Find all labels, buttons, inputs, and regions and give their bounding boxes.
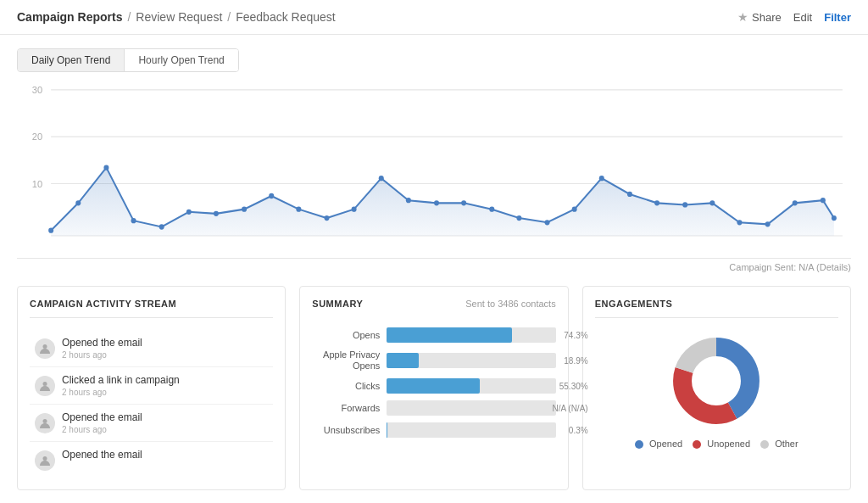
breadcrumb: Campaign Reports / Review Request / Feed… bbox=[17, 10, 336, 24]
tab-daily-open-trend[interactable]: Daily Open Trend bbox=[18, 49, 125, 71]
engagements-divider bbox=[595, 317, 838, 318]
bar-value-unsub: 0.3% bbox=[569, 426, 588, 435]
person-icon bbox=[39, 380, 51, 392]
summary-label-unsub: Unsubscribes bbox=[312, 425, 380, 435]
engagements-chart: Opened Unopened Other bbox=[595, 330, 838, 449]
avatar bbox=[35, 376, 55, 396]
svg-point-19 bbox=[379, 176, 384, 181]
activity-stream-panel: CAMPAIGN ACTIVITY STREAM Opened the emai… bbox=[17, 286, 286, 490]
svg-point-34 bbox=[793, 200, 798, 205]
breadcrumb-feedback-request: Feedback Request bbox=[236, 10, 336, 24]
summary-row-unsub: Unsubscribes 0.3% bbox=[312, 422, 555, 438]
summary-panel: SUMMARY Sent to 3486 contacts Opens 74.3… bbox=[299, 286, 568, 490]
breadcrumb-sep-2: / bbox=[227, 10, 231, 24]
bar-value-clicks: 55.30% bbox=[559, 382, 588, 391]
svg-point-18 bbox=[352, 207, 357, 212]
activity-item: Opened the email bbox=[30, 442, 273, 478]
summary-header: SUMMARY Sent to 3486 contacts bbox=[312, 299, 555, 317]
svg-point-31 bbox=[709, 200, 715, 205]
svg-point-39 bbox=[43, 419, 47, 423]
summary-label-forwards: Forwards bbox=[312, 403, 380, 413]
svg-point-20 bbox=[406, 198, 411, 203]
svg-point-12 bbox=[186, 210, 192, 215]
activity-time: 2 hours ago bbox=[62, 425, 142, 434]
svg-point-13 bbox=[214, 211, 219, 216]
bar-track-forwards: N/A (N/A) bbox=[387, 400, 555, 416]
chart-svg: 30 20 10 bbox=[17, 72, 851, 258]
bar-fill-clicks bbox=[387, 378, 480, 394]
svg-point-37 bbox=[43, 344, 47, 349]
activity-time: 2 hours ago bbox=[62, 388, 180, 397]
filter-button[interactable]: Filter bbox=[824, 11, 851, 24]
bar-value-forwards: N/A (N/A) bbox=[552, 404, 587, 413]
svg-text:10: 10 bbox=[32, 178, 42, 188]
summary-sent: Sent to 3486 contacts bbox=[465, 299, 555, 309]
bottom-panels: CAMPAIGN ACTIVITY STREAM Opened the emai… bbox=[17, 286, 851, 490]
bar-track-apple: 18.9% bbox=[387, 353, 555, 368]
summary-label-opens: Opens bbox=[312, 330, 380, 340]
bar-value-opens: 74.3% bbox=[564, 331, 587, 340]
svg-point-28 bbox=[627, 192, 632, 197]
legend-dot-other bbox=[760, 440, 769, 449]
activity-text: Opened the email bbox=[62, 337, 142, 349]
summary-row-apple: Apple Privacy Opens 18.9% bbox=[312, 349, 555, 372]
donut-legend: Opened Unopened Other bbox=[635, 439, 798, 449]
breadcrumb-root: Campaign Reports bbox=[17, 10, 122, 24]
activity-time: 2 hours ago bbox=[62, 350, 142, 360]
svg-point-22 bbox=[461, 200, 466, 205]
bar-value-apple: 18.9% bbox=[564, 356, 587, 366]
svg-point-21 bbox=[434, 200, 439, 205]
engagements-panel: ENGAGEMENTS bbox=[582, 286, 851, 490]
svg-text:30: 30 bbox=[32, 85, 42, 95]
bar-fill-opens bbox=[387, 327, 512, 343]
svg-point-38 bbox=[43, 382, 47, 386]
summary-row-clicks: Clicks 55.30% bbox=[312, 378, 555, 394]
legend-unopened: Unopened bbox=[693, 439, 750, 449]
open-trend-chart: 30 20 10 bbox=[17, 72, 851, 259]
activity-text: Clicked a link in campaign bbox=[62, 374, 180, 386]
svg-point-16 bbox=[296, 207, 301, 212]
svg-point-25 bbox=[545, 220, 550, 225]
bar-track-unsub: 0.3% bbox=[387, 422, 555, 438]
avatar bbox=[35, 338, 55, 359]
activity-text: Opened the email bbox=[62, 449, 142, 461]
svg-point-26 bbox=[572, 207, 577, 212]
breadcrumb-sep-1: / bbox=[127, 10, 131, 24]
svg-point-29 bbox=[654, 200, 659, 205]
svg-point-35 bbox=[821, 198, 826, 203]
bar-fill-apple bbox=[387, 353, 419, 368]
summary-row-opens: Opens 74.3% bbox=[312, 327, 555, 343]
svg-point-32 bbox=[737, 220, 742, 225]
person-icon bbox=[39, 417, 51, 429]
star-icon: ★ bbox=[737, 10, 748, 24]
tab-hourly-open-trend[interactable]: Hourly Open Trend bbox=[125, 49, 237, 71]
avatar bbox=[35, 413, 55, 433]
summary-title: SUMMARY bbox=[312, 299, 363, 309]
svg-point-7 bbox=[48, 228, 53, 233]
svg-point-15 bbox=[269, 193, 274, 198]
share-button[interactable]: ★ Share bbox=[737, 10, 782, 24]
legend-dot-opened bbox=[635, 440, 643, 449]
header: Campaign Reports / Review Request / Feed… bbox=[0, 0, 868, 35]
svg-point-36 bbox=[832, 215, 837, 221]
activity-item: Opened the email 2 hours ago bbox=[30, 330, 273, 367]
svg-point-9 bbox=[103, 165, 108, 170]
summary-label-clicks: Clicks bbox=[312, 381, 380, 391]
svg-point-30 bbox=[682, 202, 687, 207]
activity-item: Clicked a link in campaign 2 hours ago bbox=[30, 367, 273, 405]
svg-point-40 bbox=[43, 456, 47, 461]
donut-center bbox=[693, 357, 740, 405]
bar-track-clicks: 55.30% bbox=[387, 378, 555, 394]
bar-track-opens: 74.3% bbox=[387, 327, 555, 343]
header-actions: ★ Share Edit Filter bbox=[737, 10, 851, 24]
activity-item: Opened the email 2 hours ago bbox=[30, 405, 273, 442]
breadcrumb-review-request[interactable]: Review Request bbox=[136, 10, 222, 24]
legend-opened: Opened bbox=[635, 439, 682, 449]
svg-point-14 bbox=[242, 207, 247, 212]
edit-button[interactable]: Edit bbox=[793, 11, 812, 24]
svg-point-23 bbox=[489, 207, 494, 212]
svg-text:20: 20 bbox=[32, 131, 42, 142]
person-icon bbox=[39, 455, 51, 467]
svg-point-33 bbox=[765, 221, 771, 226]
chart-note: Campaign Sent: N/A (Details) bbox=[17, 262, 851, 272]
